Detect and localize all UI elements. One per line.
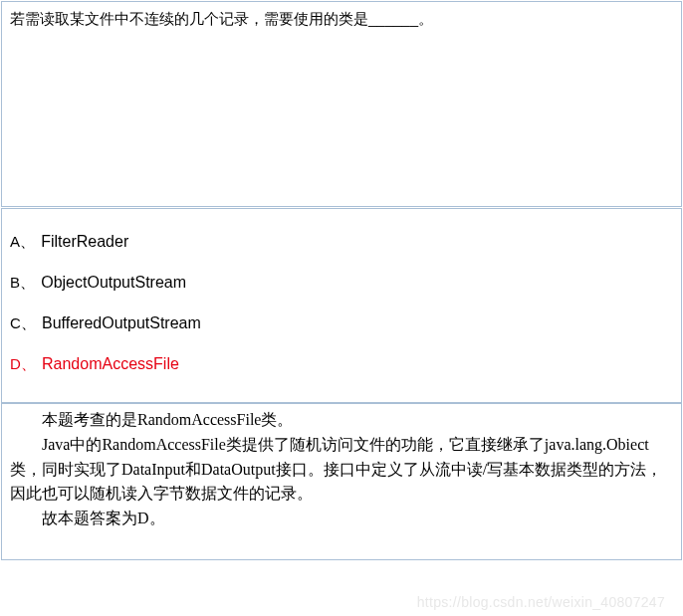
question-text: 若需读取某文件中不连续的几个记录，需要使用的类是______。 (10, 10, 433, 27)
explanation-panel: 本题考查的是RandomAccessFile类。 Java中的RandomAcc… (1, 403, 682, 560)
option-c-label: C、 (10, 314, 36, 331)
option-a: A、 FilterReader (10, 233, 673, 252)
explanation-line-1: 本题考查的是RandomAccessFile类。 (10, 408, 673, 433)
option-d-label: D、 (10, 355, 36, 372)
explanation-line-3: 故本题答案为D。 (10, 507, 673, 531)
option-d-text: RandomAccessFile (42, 355, 179, 372)
option-d: D、 RandomAccessFile (10, 355, 673, 374)
option-b-label: B、 (10, 274, 35, 291)
option-a-text: FilterReader (41, 233, 128, 250)
watermark-text: https://blog.csdn.net/weixin_40807247 (417, 594, 665, 610)
options-panel: A、 FilterReader B、 ObjectOutputStream C、… (1, 208, 682, 403)
question-panel: 若需读取某文件中不连续的几个记录，需要使用的类是______。 (1, 1, 682, 207)
option-c-text: BufferedOutputStream (42, 314, 201, 331)
option-b: B、 ObjectOutputStream (10, 274, 673, 293)
option-c: C、 BufferedOutputStream (10, 314, 673, 333)
option-a-label: A、 (10, 233, 35, 250)
option-b-text: ObjectOutputStream (41, 274, 186, 291)
explanation-line-2: Java中的RandomAccessFile类提供了随机访问文件的功能，它直接继… (10, 433, 673, 507)
